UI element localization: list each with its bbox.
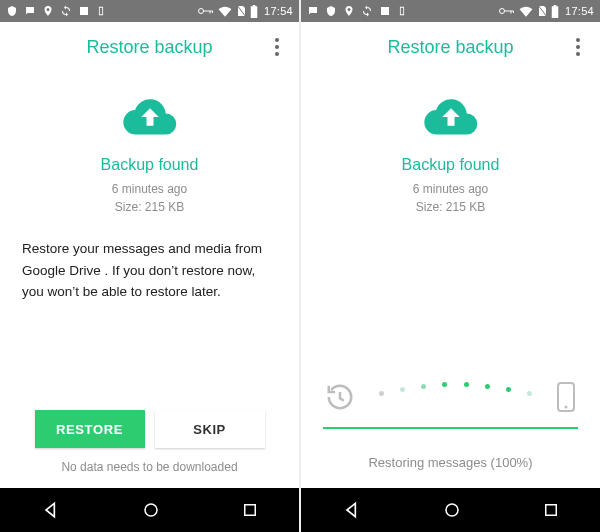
image-icon [379,5,391,17]
backup-meta: 6 minutes ago Size: 215 KB [112,180,187,216]
key-icon [198,6,214,16]
battery-icon [250,5,258,18]
backup-size: Size: 215 KB [413,198,488,216]
wifi-icon [519,5,533,17]
image-icon [78,5,90,17]
svg-rect-7 [545,505,556,516]
svg-point-5 [565,406,568,409]
svg-point-3 [499,9,504,14]
action-buttons: RESTORE SKIP [35,410,265,448]
no-sim-icon [537,5,547,17]
content-right: Backup found 6 minutes ago Size: 215 KB [301,72,600,488]
location-icon [42,5,54,17]
nav-back-button[interactable] [342,500,362,520]
overflow-menu-button[interactable] [566,35,590,59]
status-bar: 17:54 [0,0,299,22]
wifi-icon [218,5,232,17]
backup-timestamp: 6 minutes ago [413,180,488,198]
phone-left: 17:54 Restore backup Backup found 6 minu… [0,0,299,532]
shield-icon [6,5,18,17]
app-bar: Restore backup [301,22,600,72]
cloud-upload-icon [121,96,179,142]
battery-icon [551,5,559,18]
sync-icon [361,5,373,17]
transfer-graphic [323,381,578,413]
app-title: Restore backup [387,37,513,58]
svg-point-6 [446,504,458,516]
progress-text: Restoring messages (100%) [368,455,532,470]
nav-home-button[interactable] [443,501,461,519]
backup-timestamp: 6 minutes ago [112,180,187,198]
key-icon [499,6,515,16]
progress-bar [323,427,578,429]
nav-bar [301,488,600,532]
svg-point-1 [145,504,157,516]
svg-rect-2 [244,505,255,516]
no-sim-icon [236,5,246,17]
device-icon [96,5,106,17]
restore-button[interactable]: RESTORE [35,410,145,448]
app-bar: Restore backup [0,22,299,72]
status-bar: 17:54 [301,0,600,22]
location-icon [343,5,355,17]
nav-home-button[interactable] [142,501,160,519]
chat-bubble-icon [24,5,36,17]
nav-bar [0,488,299,532]
backup-found-title: Backup found [402,156,500,174]
content-left: Backup found 6 minutes ago Size: 215 KB … [0,72,299,488]
phone-right: 17:54 Restore backup Backup found 6 minu… [301,0,600,532]
status-clock: 17:54 [264,5,293,17]
svg-point-0 [198,9,203,14]
restoring-panel: Restoring messages (100%) [323,381,578,480]
restore-description: Restore your messages and media from Goo… [22,238,277,303]
nav-recent-button[interactable] [542,501,560,519]
history-icon [325,382,355,412]
device-icon [397,5,407,17]
shield-icon [325,5,337,17]
nav-recent-button[interactable] [241,501,259,519]
backup-found-title: Backup found [101,156,199,174]
chat-bubble-icon [307,5,319,17]
nav-back-button[interactable] [41,500,61,520]
phone-icon [556,381,576,413]
backup-size: Size: 215 KB [112,198,187,216]
backup-meta: 6 minutes ago Size: 215 KB [413,180,488,216]
footer-note: No data needs to be downloaded [61,460,237,474]
cloud-upload-icon [422,96,480,142]
skip-button[interactable]: SKIP [155,410,265,448]
status-clock: 17:54 [565,5,594,17]
overflow-menu-button[interactable] [265,35,289,59]
transfer-dots [363,385,548,390]
app-title: Restore backup [86,37,212,58]
sync-icon [60,5,72,17]
